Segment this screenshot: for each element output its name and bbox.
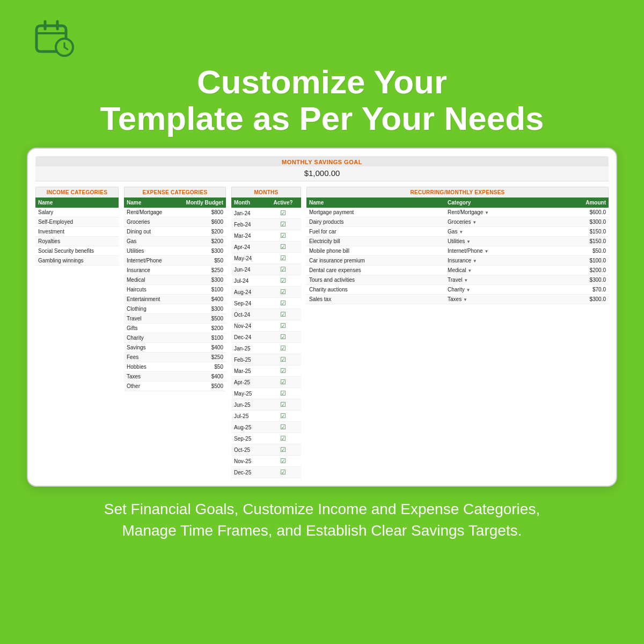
- expense-name: Utilities: [124, 246, 174, 256]
- expense-name: Travel: [124, 314, 174, 324]
- dropdown-arrow-icon[interactable]: ▼: [484, 249, 488, 254]
- dropdown-arrow-icon[interactable]: ▼: [466, 288, 471, 292]
- recurring-amount: $70.0: [551, 285, 609, 295]
- active-checkbox[interactable]: ☑: [265, 467, 301, 478]
- active-header: Active?: [265, 197, 301, 208]
- table-row: Jul-24☑: [231, 275, 301, 287]
- table-row: Tours and activitiesTravel ▼$300.0: [306, 275, 609, 285]
- active-checkbox[interactable]: ☑: [265, 444, 301, 456]
- page-container: Customize Your Template as Per Your Need…: [0, 0, 644, 644]
- table-row: Charity$100: [124, 333, 226, 343]
- table-row: Investment: [35, 227, 119, 237]
- dropdown-arrow-icon[interactable]: ▼: [467, 268, 472, 273]
- month-name: Mar-25: [231, 365, 265, 377]
- expense-budget: $400: [174, 343, 226, 353]
- active-checkbox[interactable]: ☑: [265, 309, 301, 320]
- active-checkbox[interactable]: ☑: [265, 365, 301, 377]
- active-checkbox[interactable]: ☑: [265, 399, 301, 411]
- active-checkbox[interactable]: ☑: [265, 411, 301, 422]
- active-checkbox[interactable]: ☑: [265, 219, 301, 230]
- table-row: Clothing$300: [124, 304, 226, 314]
- dropdown-arrow-icon[interactable]: ▼: [473, 259, 477, 264]
- active-checkbox[interactable]: ☑: [265, 208, 301, 219]
- table-row: Nov-24☑: [231, 320, 301, 332]
- expense-budget: $400: [174, 295, 226, 304]
- dropdown-arrow-icon[interactable]: ▼: [472, 220, 477, 225]
- recurring-category: Insurance ▼: [445, 256, 551, 266]
- active-checkbox[interactable]: ☑: [265, 241, 301, 253]
- expense-name: Groceries: [124, 217, 174, 227]
- month-name: Oct-25: [231, 444, 265, 456]
- active-checkbox[interactable]: ☑: [265, 354, 301, 365]
- icon-area: [32, 16, 75, 61]
- active-checkbox[interactable]: ☑: [265, 422, 301, 433]
- month-name: Nov-24: [231, 320, 265, 332]
- table-row: Savings$400: [124, 343, 226, 353]
- expense-budget: $600: [174, 217, 226, 227]
- table-row: Social Security benefits: [35, 246, 119, 256]
- active-checkbox[interactable]: ☑: [265, 377, 301, 388]
- active-checkbox[interactable]: ☑: [265, 456, 301, 467]
- recurring-category: Travel ▼: [445, 275, 551, 285]
- active-checkbox[interactable]: ☑: [265, 264, 301, 275]
- table-row: Oct-24☑: [231, 309, 301, 320]
- table-row: Groceries$600: [124, 217, 226, 227]
- table-row: Nov-25☑: [231, 456, 301, 467]
- table-row: Charity auctionsCharity ▼$70.0: [306, 285, 609, 295]
- recurring-amount: $300.0: [551, 217, 609, 227]
- table-row: Sep-25☑: [231, 433, 301, 444]
- footer-text: Set Financial Goals, Customize Income an…: [80, 499, 564, 540]
- table-row: Feb-24☑: [231, 219, 301, 230]
- recurring-amount: $300.0: [551, 275, 609, 285]
- expense-name: Other: [124, 382, 174, 391]
- active-checkbox[interactable]: ☑: [265, 253, 301, 264]
- income-section-label: INCOME CATEGORIES: [35, 187, 119, 197]
- active-checkbox[interactable]: ☑: [265, 287, 301, 298]
- table-row: Sep-24☑: [231, 298, 301, 309]
- dropdown-arrow-icon[interactable]: ▼: [463, 297, 467, 302]
- table-row: Entertainment$400: [124, 295, 226, 304]
- dropdown-arrow-icon[interactable]: ▼: [464, 278, 468, 283]
- recurring-section-label: RECURRING/MONTHLY EXPENSES: [306, 187, 609, 197]
- table-row: Fees$250: [124, 353, 226, 362]
- tables-row: INCOME CATEGORIES Name SalarySelf-Employ…: [35, 187, 609, 478]
- active-checkbox[interactable]: ☑: [265, 298, 301, 309]
- active-checkbox[interactable]: ☑: [265, 388, 301, 399]
- active-checkbox[interactable]: ☑: [265, 433, 301, 444]
- spreadsheet-container: MONTHLY SAVINGS GOAL $1,000.00 INCOME CA…: [27, 148, 617, 487]
- expense-name: Hobbies: [124, 362, 174, 372]
- expense-budget: $200: [174, 324, 226, 333]
- recurring-category: Taxes ▼: [445, 295, 551, 304]
- recurring-name: Car insurance premium: [306, 256, 445, 266]
- recurring-amount: $50.0: [551, 246, 609, 256]
- expense-name: Gas: [124, 237, 174, 246]
- expense-budget: $100: [174, 285, 226, 295]
- expense-name: Taxes: [124, 372, 174, 382]
- table-row: Dental care expensesMedical ▼$200.0: [306, 266, 609, 275]
- table-row: Dec-24☑: [231, 332, 301, 343]
- table-row: Aug-25☑: [231, 422, 301, 433]
- active-checkbox[interactable]: ☑: [265, 332, 301, 343]
- dropdown-arrow-icon[interactable]: ▼: [466, 239, 471, 244]
- month-name: Jul-24: [231, 275, 265, 287]
- month-name: Sep-24: [231, 298, 265, 309]
- month-name: Apr-25: [231, 377, 265, 388]
- dropdown-arrow-icon[interactable]: ▼: [459, 230, 463, 235]
- dropdown-arrow-icon[interactable]: ▼: [485, 210, 489, 215]
- expense-budget: $400: [174, 372, 226, 382]
- expense-name: Charity: [124, 333, 174, 343]
- table-row: Dec-25☑: [231, 467, 301, 478]
- active-checkbox[interactable]: ☑: [265, 320, 301, 332]
- active-checkbox[interactable]: ☑: [265, 275, 301, 287]
- table-row: Fuel for carGas ▼$150.0: [306, 227, 609, 237]
- recurring-amount: $200.0: [551, 266, 609, 275]
- recurring-table: Name Category Amount Mortgage paymentRen…: [306, 197, 609, 304]
- active-checkbox[interactable]: ☑: [265, 230, 301, 241]
- recurring-amount: $150.0: [551, 237, 609, 246]
- recurring-category: Charity ▼: [445, 285, 551, 295]
- month-name: Feb-25: [231, 354, 265, 365]
- income-name: Royalties: [35, 237, 119, 246]
- active-checkbox[interactable]: ☑: [265, 343, 301, 354]
- recurring-name: Sales tax: [306, 295, 445, 304]
- month-name: Nov-25: [231, 456, 265, 467]
